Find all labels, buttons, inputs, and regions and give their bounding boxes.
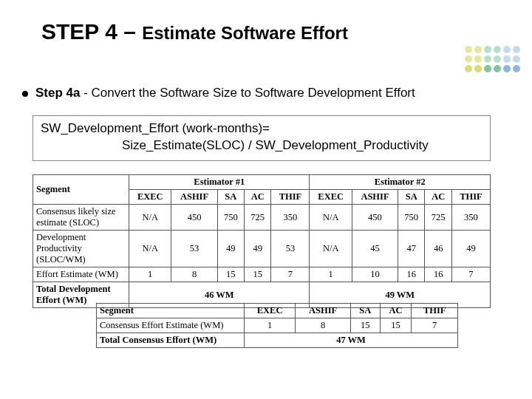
dot-icon — [503, 65, 511, 72]
t1-cell: 725 — [425, 205, 451, 231]
t1-cell: 47 — [398, 231, 425, 267]
dot-icon — [494, 46, 501, 53]
t1-row-label: Effort Estimate (WM) — [33, 267, 129, 282]
dot-icon — [484, 46, 491, 53]
t1-col: THIF — [451, 190, 490, 205]
t1-row-label: Consensus likely size estimate (SLOC) — [33, 205, 129, 231]
dot-icon — [494, 65, 501, 72]
t2-col: SA — [350, 304, 380, 318]
t1-cell: 1 — [310, 267, 352, 282]
t1-cell: 7 — [451, 267, 490, 282]
t1-cell: 725 — [245, 205, 271, 231]
dot-icon — [513, 55, 520, 63]
t1-col: AC — [425, 190, 451, 205]
t1-col: AC — [245, 190, 271, 205]
t1-cell: N/A — [129, 231, 171, 267]
table-row: Total Consensus Effort (WM) 47 WM — [97, 333, 458, 348]
dot-icon — [465, 65, 472, 72]
dot-icon — [465, 55, 472, 63]
dot-icon — [503, 46, 511, 53]
t1-col: ASHIF — [352, 190, 398, 205]
dot-icon — [513, 46, 520, 53]
t1-cell: 15 — [217, 267, 244, 282]
t1-col: SA — [398, 190, 425, 205]
bullet-icon — [22, 91, 28, 97]
t1-cell: 49 — [451, 231, 490, 267]
t1-col: THIF — [271, 190, 310, 205]
t1-cell: 16 — [425, 267, 451, 282]
t1-col: ASHIF — [171, 190, 217, 205]
t2-col: AC — [380, 304, 412, 318]
t1-cell: 15 — [245, 267, 271, 282]
table-row: Effort Estimate (WM) 1 8 15 15 7 1 10 16… — [33, 267, 491, 282]
bullet-label: Step 4a — [35, 86, 80, 100]
t1-cell: 53 — [171, 231, 217, 267]
t1-cell: 750 — [217, 205, 244, 231]
t1-cell: N/A — [129, 205, 171, 231]
t1-group-1: Estimator #1 — [129, 175, 310, 190]
t1-group-2: Estimator #2 — [310, 175, 491, 190]
t2-cell: 1 — [245, 318, 296, 333]
slide-title: STEP 4 – Estimate Software Effort — [41, 19, 348, 44]
t1-cell: 1 — [129, 267, 171, 282]
t2-total: 47 WM — [245, 333, 458, 348]
formula-line-2: Size_Estimate(SLOC) / SW_Development_Pro… — [41, 137, 482, 154]
t2-col: THIF — [412, 304, 458, 318]
t1-cell: 10 — [352, 267, 398, 282]
table-row: Development Productivity (SLOC/WM) N/A 5… — [33, 231, 491, 267]
t1-cell: N/A — [310, 205, 352, 231]
formula-box: SW_Development_Effort (work-months)= Siz… — [33, 115, 491, 161]
t2-cell: 15 — [380, 318, 412, 333]
dot-icon — [484, 65, 491, 72]
t1-cell: 8 — [171, 267, 217, 282]
t2-cell: 15 — [350, 318, 380, 333]
bullet-step-4a: Step 4a - Convert the Software Size to S… — [22, 86, 510, 100]
dot-icon — [494, 55, 501, 63]
estimator-comparison-table: Segment Estimator #1 Estimator #2 EXEC A… — [33, 174, 491, 308]
t2-segment-header: Segment — [97, 304, 245, 318]
consensus-table: Segment EXEC ASHIF SA AC THIF Consensus … — [96, 303, 458, 348]
dot-icon — [513, 65, 520, 72]
t1-col: SA — [217, 190, 244, 205]
t1-cell: N/A — [310, 231, 352, 267]
dot-icon — [474, 65, 482, 72]
t1-cell: 46 — [425, 231, 451, 267]
t1-cell: 450 — [352, 205, 398, 231]
dot-icon — [484, 55, 491, 63]
t1-row-label: Development Productivity (SLOC/WM) — [33, 231, 129, 267]
title-big: STEP 4 – — [41, 19, 142, 44]
decorative-dot-grid — [465, 46, 520, 72]
t1-cell: 45 — [352, 231, 398, 267]
t1-cell: 53 — [271, 231, 310, 267]
title-small: Estimate Software Effort — [142, 23, 348, 43]
t1-cell: 450 — [171, 205, 217, 231]
table-row: Consensus Effort Estimate (WM) 1 8 15 15… — [97, 318, 458, 333]
bullet-text: - Convert the Software Size to Software … — [80, 86, 415, 100]
t2-cell: 7 — [412, 318, 458, 333]
t1-segment-header: Segment — [33, 175, 129, 205]
t1-cell: 750 — [398, 205, 425, 231]
dot-icon — [474, 46, 482, 53]
t1-cell: 16 — [398, 267, 425, 282]
t2-col: EXEC — [245, 304, 296, 318]
t1-cell: 350 — [271, 205, 310, 231]
t1-cell: 7 — [271, 267, 310, 282]
t1-cell: 49 — [245, 231, 271, 267]
t2-row-label: Consensus Effort Estimate (WM) — [97, 318, 245, 333]
t2-col: ASHIF — [296, 304, 351, 318]
dot-icon — [503, 55, 511, 63]
dot-icon — [474, 55, 482, 63]
table-row: Consensus likely size estimate (SLOC) N/… — [33, 205, 491, 231]
t1-cell: 350 — [451, 205, 490, 231]
t2-cell: 8 — [296, 318, 351, 333]
t1-col: EXEC — [310, 190, 352, 205]
dot-icon — [465, 46, 472, 53]
t1-cell: 49 — [217, 231, 244, 267]
t1-col: EXEC — [129, 190, 171, 205]
formula-line-1: SW_Development_Effort (work-months)= — [41, 120, 482, 137]
t2-total-label: Total Consensus Effort (WM) — [97, 333, 245, 348]
